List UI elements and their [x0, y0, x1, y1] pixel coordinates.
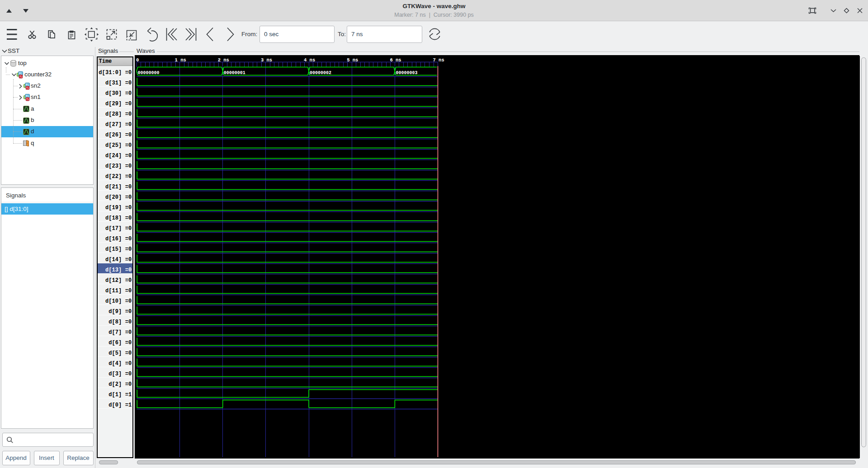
svg-text:1 ns: 1 ns — [175, 57, 186, 63]
svg-text:00000001: 00000001 — [223, 70, 245, 75]
svg-text:0: 0 — [136, 57, 138, 63]
svg-text:3 ns: 3 ns — [260, 57, 272, 63]
svg-text:5 ns: 5 ns — [347, 57, 358, 63]
svg-text:7 ns: 7 ns — [433, 57, 444, 63]
svg-text:00000002: 00000002 — [310, 70, 331, 75]
svg-text:00000000: 00000000 — [137, 70, 159, 75]
svg-text:4 ns: 4 ns — [304, 57, 315, 63]
svg-text:6 ns: 6 ns — [390, 57, 401, 63]
svg-text:00000003: 00000003 — [396, 70, 417, 75]
svg-text:2 ns: 2 ns — [217, 57, 229, 63]
